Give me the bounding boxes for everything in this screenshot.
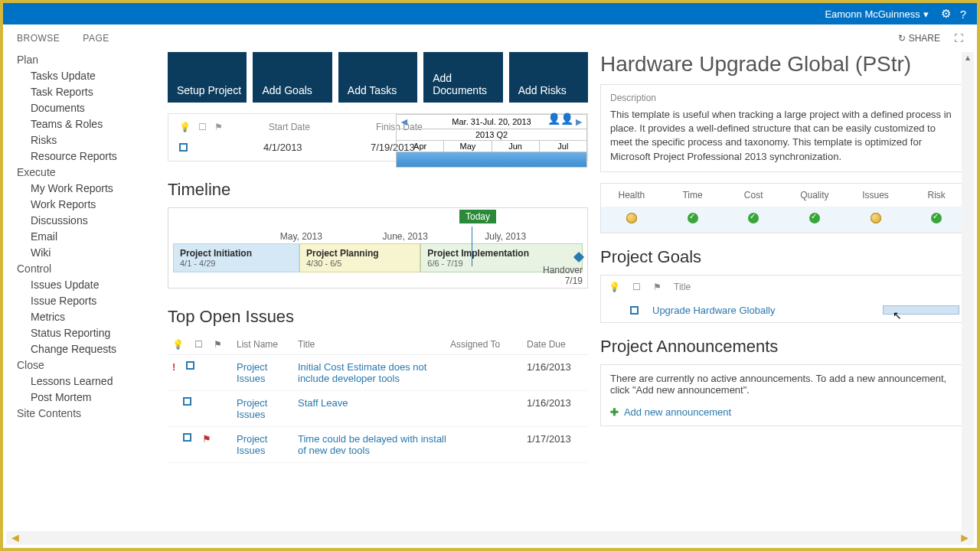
nav-group[interactable]: Execute [17, 166, 168, 178]
nav-group[interactable]: Close [17, 359, 168, 371]
item-marker-icon [183, 433, 191, 442]
timeline-month: July, 2013 [480, 231, 583, 242]
nav-group[interactable]: Control [17, 262, 168, 275]
scroll-left-icon[interactable]: ◄ [9, 531, 21, 545]
tile-label: Setup Project [177, 84, 241, 96]
help-icon[interactable]: ? [960, 8, 966, 21]
gantt-range: Mar. 31-Jul. 20, 2013 [452, 117, 531, 126]
status-amber-icon [871, 213, 881, 223]
timeline-month: May, 2013 [276, 231, 378, 242]
flag-icon: ⚑ [653, 282, 662, 292]
nav-item[interactable]: My Work Reports [31, 182, 168, 194]
tile[interactable]: Setup Project [168, 52, 247, 103]
nav-item[interactable]: Work Reports [31, 198, 168, 210]
gantt-prev[interactable]: ◄ [399, 116, 410, 128]
tab-page[interactable]: PAGE [83, 33, 109, 44]
milestone-icon [573, 252, 584, 262]
issue-title-link[interactable]: Staff Leave [298, 397, 450, 420]
announcements-title: Project Announcements [600, 337, 968, 357]
flag-icon: ⚑ [214, 122, 223, 132]
tile-label: Add Tasks [348, 84, 397, 96]
gantt-month: Apr [397, 141, 443, 152]
status-green-icon [931, 213, 942, 223]
tile[interactable]: Add Risks [509, 52, 588, 103]
tile-label: Add Risks [518, 84, 567, 96]
handover-label: Handover [543, 265, 583, 276]
gantt-next[interactable]: ► [573, 116, 584, 128]
scroll-up-icon[interactable]: ▴ [962, 52, 974, 63]
issue-title-link[interactable]: Time could be delayed with install of ne… [298, 433, 450, 456]
issue-list-link[interactable]: Project Issues [237, 397, 298, 420]
kpi-head: Issues [845, 190, 906, 201]
kpi-head: Risk [906, 190, 967, 201]
scroll-right-icon[interactable]: ► [959, 531, 971, 545]
status-green-icon [809, 213, 820, 223]
project-title: Hardware Upgrade Global (PStr) [600, 52, 968, 77]
nav-item[interactable]: Post Mortem [31, 391, 168, 403]
nav-group[interactable]: Site Contents [17, 407, 168, 419]
share-icon: ↻ [898, 33, 906, 44]
issue-list-link[interactable]: Project Issues [237, 361, 298, 384]
nav-item[interactable]: Risks [31, 134, 168, 146]
vertical-scrollbar[interactable]: ▴ [962, 52, 974, 531]
nav-group[interactable]: Plan [17, 54, 168, 66]
nav-item[interactable]: Issues Update [31, 279, 168, 291]
nav-item[interactable]: Change Requests [31, 343, 168, 355]
flag-icon: ⚑ [202, 433, 211, 445]
nav-item[interactable]: Resource Reports [31, 150, 168, 162]
gantt-month: Jun [492, 141, 539, 152]
issue-assigned [450, 361, 527, 384]
gear-icon[interactable]: ⚙ [941, 7, 951, 21]
item-marker-icon [183, 397, 191, 406]
timeline-phase[interactable]: Project Initiation4/1 - 4/29 [173, 243, 299, 272]
tile[interactable]: Add Tasks [338, 52, 417, 103]
horizontal-scrollbar[interactable]: ◄ ► [6, 531, 974, 545]
handover-date: 7/19 [565, 276, 583, 286]
share-button[interactable]: ↻ SHARE [898, 33, 940, 44]
kpi-head: Health [601, 190, 662, 201]
checkbox-icon: ☐ [632, 282, 641, 292]
col-list: List Name [237, 339, 298, 350]
tab-browse[interactable]: BROWSE [17, 33, 60, 44]
nav-item[interactable]: Lessons Learned [31, 375, 168, 387]
kpi-head: Quality [784, 190, 845, 201]
share-label: SHARE [909, 33, 940, 44]
goals-title: Project Goals [600, 247, 968, 267]
add-announcement-label: Add new announcement [624, 406, 731, 418]
tile[interactable]: Add Goals [253, 52, 332, 103]
gantt-month: Jul [539, 141, 586, 152]
nav-item[interactable]: Tasks Update [31, 70, 168, 82]
user-menu[interactable]: Eamonn McGuinness ▾ [825, 8, 928, 20]
timeline-phase[interactable]: Project Planning4/30 - 6/5 [299, 243, 420, 272]
flag-icon: ⚑ [214, 339, 222, 350]
nav-item[interactable]: Issue Reports [31, 295, 168, 307]
status-green-icon [688, 213, 698, 223]
nav-item[interactable]: Status Reporting [31, 327, 168, 339]
nav-item[interactable]: Email [31, 230, 168, 243]
tile[interactable]: Add Documents [423, 52, 502, 103]
lightbulb-icon: 💡 [179, 122, 191, 132]
timeline-month [173, 231, 276, 242]
focus-icon[interactable]: ⛶ [954, 33, 963, 44]
user-name: Eamonn McGuinness [825, 8, 920, 20]
issue-list-link[interactable]: Project Issues [237, 433, 298, 456]
nav-item[interactable]: Teams & Roles [31, 118, 168, 130]
goal-marker-icon [630, 306, 639, 315]
nav-item[interactable]: Discussions [31, 214, 168, 227]
chevron-down-icon: ▾ [923, 8, 929, 20]
issue-title-link[interactable]: Initial Cost Estimate does not include d… [298, 361, 450, 384]
kpi-head: Cost [723, 190, 784, 201]
nav-item[interactable]: Documents [31, 102, 168, 114]
nav-item[interactable]: Wiki [31, 246, 168, 259]
nav-item[interactable]: Metrics [31, 311, 168, 323]
issue-row: ! Project Issues Initial Cost Estimate d… [168, 355, 588, 391]
announcements-panel: There are currently no active announceme… [600, 364, 968, 426]
issue-due: 1/17/2013 [527, 433, 588, 456]
nav-item[interactable]: Task Reports [31, 86, 168, 98]
goal-progress-bar [883, 305, 959, 315]
col-title: Title [298, 339, 450, 350]
sidebar: PlanTasks UpdateTask ReportsDocumentsTea… [3, 52, 168, 533]
add-announcement-link[interactable]: ✚ Add new announcement [610, 406, 958, 418]
goal-link[interactable]: Upgrade Hardware Globally [652, 305, 869, 316]
start-date: 4/1/2013 [263, 142, 325, 153]
